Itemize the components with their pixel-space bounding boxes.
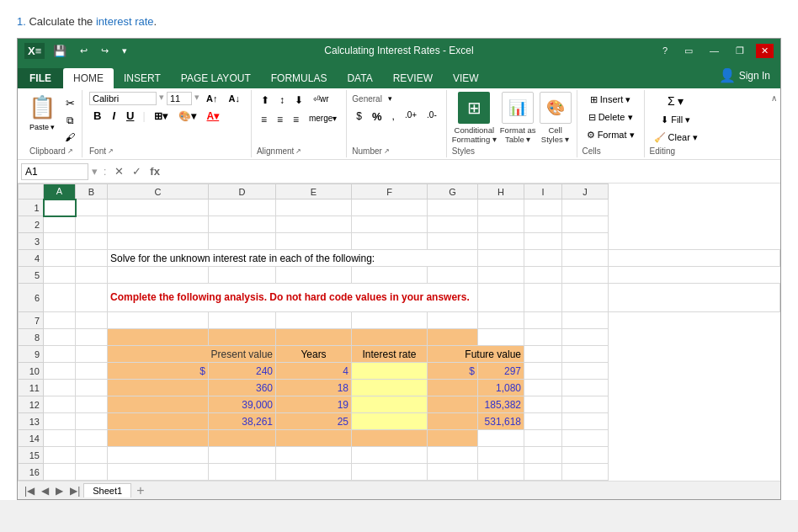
- col-header-I[interactable]: I: [524, 184, 562, 200]
- tab-home[interactable]: HOME: [63, 68, 114, 88]
- cell-G10[interactable]: $: [428, 363, 478, 380]
- cell-I8[interactable]: [524, 329, 562, 346]
- align-bottom-btn[interactable]: ⬇: [290, 92, 307, 109]
- clear-btn[interactable]: 🧹 Clear ▾: [650, 130, 702, 146]
- font-expand-icon[interactable]: ↗: [108, 147, 114, 155]
- tab-view[interactable]: VIEW: [443, 68, 489, 88]
- minimize-btn[interactable]: —: [705, 44, 724, 57]
- row-header-6[interactable]: 6: [19, 284, 44, 312]
- align-top-btn[interactable]: ⬆: [257, 92, 274, 109]
- cell-C4[interactable]: Solve for the unknown interest rate in e…: [108, 250, 478, 267]
- cell-B1[interactable]: [76, 200, 108, 216]
- align-center-btn[interactable]: ≡: [273, 111, 287, 128]
- row-header-4[interactable]: 4: [19, 250, 44, 267]
- cell-B6[interactable]: [76, 284, 108, 312]
- cell-F14[interactable]: [352, 430, 428, 447]
- cell-J4[interactable]: [609, 250, 780, 267]
- cell-A4[interactable]: [44, 250, 76, 267]
- cell-C9[interactable]: Present value: [108, 346, 276, 363]
- cell-I12[interactable]: [524, 396, 562, 413]
- paste-dropdown-btn[interactable]: ▾: [51, 123, 55, 131]
- cell-G3[interactable]: [428, 233, 478, 250]
- cell-G11[interactable]: [428, 380, 478, 396]
- help-btn[interactable]: ?: [657, 44, 673, 57]
- cancel-formula-btn[interactable]: ✕: [112, 164, 126, 178]
- quick-access-more-btn[interactable]: ▾: [117, 44, 132, 58]
- font-color-button[interactable]: A▾: [203, 109, 224, 124]
- cell-C11[interactable]: [108, 380, 209, 396]
- cell-I5[interactable]: [524, 267, 562, 284]
- cell-H14[interactable]: [478, 430, 524, 447]
- delete-cells-btn[interactable]: ⊟ Delete ▾: [583, 109, 639, 125]
- borders-button[interactable]: ⊞▾: [150, 109, 172, 124]
- cell-D13[interactable]: 38,261: [209, 413, 276, 430]
- cell-C8[interactable]: [108, 329, 209, 346]
- select-all-btn[interactable]: [19, 184, 44, 200]
- col-header-E[interactable]: E: [276, 184, 352, 200]
- cell-C3[interactable]: [108, 233, 209, 250]
- cell-G7[interactable]: [428, 312, 478, 329]
- cell-J3[interactable]: [562, 233, 609, 250]
- sheet-nav-last[interactable]: ▶|: [66, 485, 83, 497]
- decrease-font-btn[interactable]: A↓: [224, 92, 243, 105]
- cell-A5[interactable]: [44, 267, 76, 284]
- cell-E14[interactable]: [276, 430, 352, 447]
- cell-A16[interactable]: [44, 464, 76, 481]
- cell-E16[interactable]: [276, 464, 352, 481]
- cell-C6[interactable]: Complete the following analysis. Do not …: [108, 284, 478, 312]
- cell-H5[interactable]: [478, 267, 524, 284]
- cell-E15[interactable]: [276, 447, 352, 464]
- number-expand-icon[interactable]: ↗: [384, 147, 390, 155]
- col-header-A[interactable]: A: [44, 184, 76, 200]
- cell-H3[interactable]: [478, 233, 524, 250]
- cell-J8[interactable]: [562, 329, 609, 346]
- cell-E1[interactable]: [276, 200, 352, 216]
- maximize-btn[interactable]: ❐: [731, 44, 749, 58]
- cell-G13[interactable]: [428, 413, 478, 430]
- cell-J7[interactable]: [562, 312, 609, 329]
- ribbon-toggle-btn[interactable]: ▭: [679, 44, 698, 58]
- cell-I6[interactable]: [562, 284, 609, 312]
- cell-H11[interactable]: 1,080: [478, 380, 524, 396]
- cell-B8[interactable]: [76, 329, 108, 346]
- cell-J15[interactable]: [562, 447, 609, 464]
- cell-C14[interactable]: [108, 430, 209, 447]
- cell-E8[interactable]: [276, 329, 352, 346]
- cell-F8[interactable]: [352, 329, 428, 346]
- cell-F16[interactable]: [352, 464, 428, 481]
- cell-G8[interactable]: [428, 329, 478, 346]
- cell-E2[interactable]: [276, 216, 352, 233]
- cell-H16[interactable]: [478, 464, 524, 481]
- row-header-3[interactable]: 3: [19, 233, 44, 250]
- cell-C16[interactable]: [108, 464, 209, 481]
- col-header-F[interactable]: F: [352, 184, 428, 200]
- cell-I14[interactable]: [524, 430, 562, 447]
- cell-C5[interactable]: [108, 267, 209, 284]
- cell-B4[interactable]: [76, 250, 108, 267]
- cell-I3[interactable]: [524, 233, 562, 250]
- cell-F11[interactable]: [352, 380, 428, 396]
- cell-G15[interactable]: [428, 447, 478, 464]
- col-header-B[interactable]: B: [76, 184, 108, 200]
- cell-D3[interactable]: [209, 233, 276, 250]
- undo-btn[interactable]: ↩: [75, 44, 93, 58]
- cell-A9[interactable]: [44, 346, 76, 363]
- underline-button[interactable]: U: [122, 108, 138, 124]
- clipboard-expand-icon[interactable]: ↗: [67, 147, 73, 155]
- cell-J6[interactable]: [609, 284, 780, 312]
- paste-button[interactable]: 📋: [24, 92, 60, 123]
- row-header-15[interactable]: 15: [19, 447, 44, 464]
- cell-I1[interactable]: [524, 200, 562, 216]
- cell-D1[interactable]: [209, 200, 276, 216]
- cell-I7[interactable]: [524, 312, 562, 329]
- cell-B15[interactable]: [76, 447, 108, 464]
- row-header-16[interactable]: 16: [19, 464, 44, 481]
- wrap-text-btn[interactable]: ⏎wr: [309, 92, 333, 109]
- row-header-5[interactable]: 5: [19, 267, 44, 284]
- cell-D5[interactable]: [209, 267, 276, 284]
- cell-H13[interactable]: 531,618: [478, 413, 524, 430]
- cell-D2[interactable]: [209, 216, 276, 233]
- cell-B2[interactable]: [76, 216, 108, 233]
- align-right-btn[interactable]: ≡: [289, 111, 303, 128]
- cell-A7[interactable]: [44, 312, 76, 329]
